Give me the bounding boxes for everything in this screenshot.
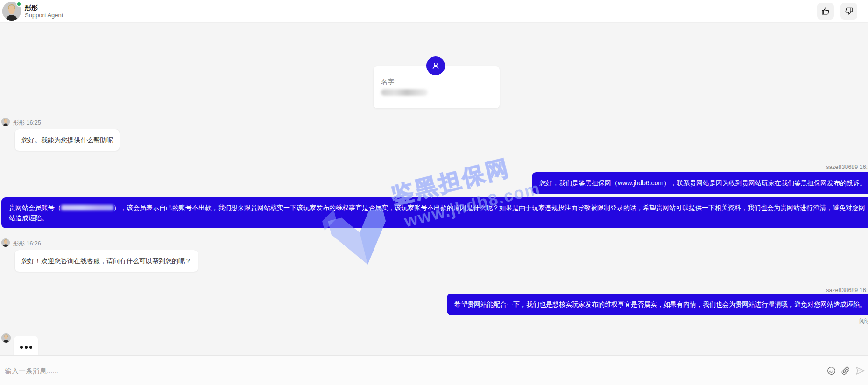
chat-header: 彤彤 Support Agent: [0, 0, 868, 22]
typing-dot: [29, 346, 32, 349]
send-button[interactable]: [855, 366, 865, 376]
message-text: ），该会员表示自己的账号不出款，我们想来跟贵网站核实一下该玩家发布的维权事宜是否…: [9, 204, 865, 222]
message-avatar: [1, 118, 10, 126]
emoji-smiley-icon: [826, 366, 836, 376]
user-message-bubble: 希望贵网站能配合一下，我们也是想核实玩家发布的维权事宜是否属实，如果有内情，我们…: [447, 294, 868, 315]
jhdb6-link[interactable]: www.jhdb6.com: [618, 179, 663, 187]
user-message-bubble: 您好，我们是鉴黑担保网（www.jhdb6.com），联系贵网站是因为收到贵网站…: [532, 172, 868, 194]
message-text: 您好，我们是鉴黑担保网（: [539, 179, 618, 187]
user-message-bubble-wide: 贵网站会员账号（），该会员表示自己的账号不出款，我们想来跟贵网站核实一下该玩家发…: [1, 197, 868, 228]
message-avatar: [1, 238, 10, 247]
agent-message-bubble: 您好！欢迎您咨询在线客服，请问有什么可以帮到您的呢？: [14, 250, 198, 272]
agent-role: Support Agent: [25, 12, 63, 19]
typing-dot: [25, 346, 28, 349]
online-status-dot: [16, 1, 21, 7]
typing-dot: [20, 346, 23, 349]
user-circle-icon: [426, 56, 445, 75]
message-text: 贵网站会员账号（: [9, 204, 61, 211]
message-avatar: [1, 333, 11, 343]
message-meta: saze838689 16:26: [826, 287, 868, 294]
thumbs-up-icon: [821, 7, 830, 16]
thumbs-down-icon: [844, 7, 854, 16]
message-composer: [0, 355, 868, 385]
message-meta: saze838689 16:25: [826, 164, 868, 170]
attachment-button[interactable]: [840, 366, 850, 376]
thumbs-up-button[interactable]: [817, 3, 834, 20]
paperclip-icon: [840, 366, 850, 376]
account-number-redacted: [61, 205, 113, 210]
read-receipt: 阅读: [859, 317, 868, 325]
thumbs-down-button[interactable]: [840, 3, 857, 20]
message-meta: 彤彤 16:26: [13, 240, 41, 248]
agent-message-bubble: 您好。我能为您提供什么帮助呢: [14, 129, 120, 151]
name-field-value-redacted: [381, 89, 428, 96]
message-text: ），联系贵网站是因为收到贵网站玩家在我们鉴黑担保网发布的投诉。: [663, 179, 866, 187]
name-field-label: 名字:: [381, 78, 396, 86]
chat-scroll-area[interactable]: 名字: 彤彤 16:25 您好。我能为您提供什么帮助呢 saze838689 1…: [0, 22, 868, 355]
send-icon: [855, 366, 865, 376]
message-meta: 彤彤 16:25: [13, 119, 41, 127]
message-input[interactable]: [5, 363, 798, 378]
emoji-button[interactable]: [826, 366, 836, 376]
agent-avatar: [2, 2, 21, 21]
agent-name: 彤彤: [25, 4, 38, 12]
